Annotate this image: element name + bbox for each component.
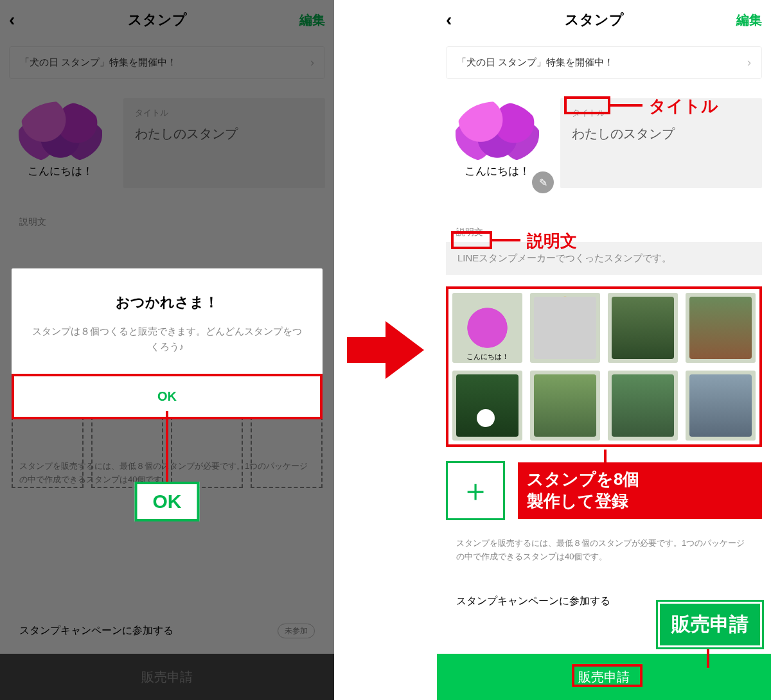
left-screenshot: ‹ スタンプ 編集 「犬の日 スタンプ」特集を開催中！ › こんにちは！ タイト…	[0, 0, 334, 700]
callout-ok: OK	[135, 482, 200, 521]
page-title: スタンプ	[452, 10, 736, 30]
callout-box-title-label	[564, 96, 610, 114]
add-stamp-button[interactable]: ＋	[446, 461, 505, 520]
callout-desc: 説明文	[527, 230, 577, 252]
callout-apply: 販売申請	[658, 602, 762, 647]
stamp-thumb[interactable]	[686, 293, 756, 363]
completion-modal: おつかれさま！ スタンプは８個つくると販売できます。どんどんスタンプをつくろう♪…	[12, 268, 323, 419]
annotation-line	[604, 450, 607, 465]
promo-banner[interactable]: 「犬の日 スタンプ」特集を開催中！ ›	[446, 46, 762, 79]
stamp-grid	[446, 286, 762, 447]
annotation-line	[492, 239, 520, 241]
annotation-line	[166, 411, 168, 483]
modal-title: おつかれさま！	[12, 268, 323, 324]
stamp-thumb[interactable]	[452, 293, 522, 363]
stamp-thumb[interactable]	[452, 371, 522, 441]
stamp-thumb[interactable]	[608, 293, 678, 363]
edit-button[interactable]: 編集	[736, 12, 762, 29]
chevron-right-icon: ›	[747, 56, 751, 69]
description-label: 説明文	[456, 227, 771, 238]
title-value: わたしのスタンプ	[572, 125, 750, 143]
campaign-text: スタンプキャンペーンに参加する	[456, 595, 610, 608]
annotation-line	[707, 646, 709, 668]
flower-icon	[456, 101, 539, 162]
stamp-thumb[interactable]	[608, 371, 678, 441]
package-thumbnail[interactable]: こんにちは！ ✎	[446, 98, 549, 188]
edit-pencil-icon[interactable]: ✎	[532, 171, 554, 193]
requirement-hint: スタンプを販売するには、最低８個のスタンプが必要です。1つのパッケージの中で作成…	[456, 537, 752, 564]
svg-marker-0	[347, 321, 424, 379]
description-field[interactable]: LINEスタンプメーカーでつくったスタンプです。	[446, 242, 762, 275]
callout-title: タイトル	[649, 95, 718, 118]
back-icon[interactable]: ‹	[446, 10, 452, 30]
callout-make-8: スタンプを8個 製作して登録	[518, 462, 762, 519]
stamp-thumb[interactable]	[686, 371, 756, 441]
promo-text: 「犬の日 スタンプ」特集を開催中！	[457, 57, 614, 69]
callout-box-apply	[572, 664, 642, 687]
annotation-line	[610, 104, 642, 107]
modal-body: スタンプは８個つくると販売できます。どんどんスタンプをつくろう♪	[12, 324, 323, 374]
callout-box-desc-label	[451, 231, 492, 249]
stamp-thumb[interactable]	[530, 371, 600, 441]
right-screenshot: ‹ スタンプ 編集 「犬の日 スタンプ」特集を開催中！ › こんにちは！ ✎ タ…	[437, 0, 771, 700]
stamp-thumb[interactable]	[530, 293, 600, 363]
transition-arrow-icon	[334, 0, 437, 700]
description-value: LINEスタンプメーカーでつくったスタンプです。	[457, 252, 671, 263]
